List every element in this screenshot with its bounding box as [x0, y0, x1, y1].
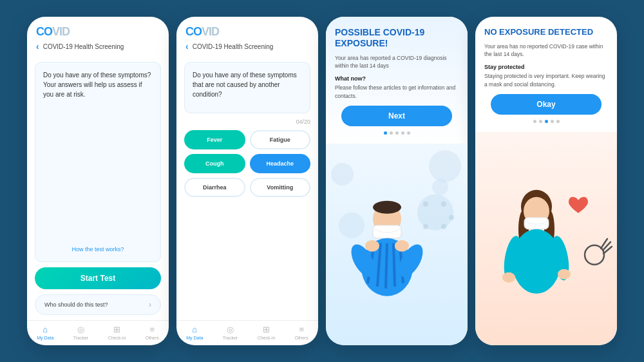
- screen4-card: NO EXPOSURE DETECTED Your area has no re…: [475, 17, 617, 345]
- okay-button[interactable]: Okay: [491, 94, 602, 115]
- logo-co: CO: [36, 25, 52, 38]
- screen1-header: COVID ‹ COVID-19 Health Screening: [27, 17, 169, 57]
- healthy-illustration-area: [475, 132, 617, 345]
- nav-label-checkin-2: Check-in: [258, 336, 276, 340]
- sick-person-svg: [326, 144, 468, 345]
- screen3-dots: [335, 129, 459, 137]
- chevron-right-icon: ›: [149, 300, 151, 309]
- svg-rect-28: [524, 217, 549, 229]
- next-button[interactable]: Next: [341, 106, 453, 126]
- nav-label-my-data-2: My Data: [186, 336, 203, 340]
- logo-co-2: CO: [185, 25, 202, 38]
- screen2-nav-title: COVID-19 Health Screening: [193, 43, 274, 50]
- who-row[interactable]: Who should do this test? ›: [35, 294, 161, 315]
- svg-point-1: [339, 212, 365, 238]
- stay-protected-label: Stay protected: [484, 64, 608, 70]
- screen1-card: COVID ‹ COVID-19 Health Screening Do you…: [27, 17, 169, 345]
- how-link[interactable]: How the test works?: [43, 245, 153, 254]
- nav-row: ‹ COVID-19 Health Screening: [36, 41, 160, 52]
- others-icon-2: ≡: [299, 325, 304, 334]
- svg-line-14: [393, 243, 395, 286]
- nav-checkin-1[interactable]: ⊞ Check-in: [108, 325, 126, 340]
- dot-s4-5: [556, 120, 560, 123]
- svg-point-18: [365, 240, 379, 251]
- question-box-1: Do you have any of these symptoms? Your …: [35, 62, 161, 262]
- back-arrow-icon[interactable]: ‹: [36, 41, 39, 52]
- question-text-1: Do you have any of these symptoms? Your …: [43, 70, 153, 99]
- nav-tracker-2[interactable]: ◎ Tracker: [223, 325, 238, 340]
- screen2-header: COVID ‹ COVID-19 Health Screening: [176, 17, 318, 57]
- nav-label-tracker-2: Tracker: [223, 336, 238, 340]
- nav-label-checkin-1: Check-in: [108, 336, 126, 340]
- svg-point-33: [558, 269, 571, 279]
- home-icon-2: ⌂: [192, 325, 197, 334]
- symptoms-grid: Fever Fatigue Cough Headache Diarrhea Vo…: [184, 130, 310, 197]
- screen1-bottom-nav: ⌂ My Data ◎ Tracker ⊞ Check-in ≡ Others: [27, 320, 169, 345]
- nav-label-others-2: Others: [295, 336, 308, 340]
- svg-rect-9: [373, 225, 401, 238]
- dot-2: [390, 131, 393, 135]
- screen4-dots: [484, 117, 608, 126]
- app-logo-2: COVID: [185, 26, 309, 37]
- no-exposure-title: NO EXPOSURE DETECTED: [484, 27, 608, 37]
- nav-checkin-2[interactable]: ⊞ Check-in: [258, 325, 276, 340]
- nav-label-my-data-1: My Data: [37, 336, 53, 340]
- symptom-vomitting[interactable]: Vomitting: [250, 178, 311, 197]
- screen2-bottom-nav: ⌂ My Data ◎ Tracker ⊞ Check-in ≡ Others: [176, 320, 318, 345]
- tracker-icon-2: ◎: [227, 325, 234, 334]
- nav-my-data-2[interactable]: ⌂ My Data: [186, 325, 203, 340]
- svg-point-2: [423, 201, 428, 206]
- logo-vid-2: VID: [202, 25, 219, 38]
- dot-s4-2: [539, 120, 542, 123]
- tracker-icon: ◎: [77, 325, 84, 334]
- screen2-card: COVID ‹ COVID-19 Health Screening Do you…: [176, 17, 318, 345]
- home-icon: ⌂: [43, 325, 48, 334]
- svg-point-19: [395, 240, 409, 251]
- symptom-diarrhea[interactable]: Diarrhea: [184, 178, 245, 197]
- dot-5: [407, 131, 410, 135]
- svg-line-13: [386, 243, 387, 288]
- screen1-nav-title: COVID-19 Health Screening: [43, 43, 124, 50]
- nav-tracker-1[interactable]: ◎ Tracker: [73, 325, 88, 340]
- screen4-content: NO EXPOSURE DETECTED Your area has no re…: [475, 17, 617, 345]
- exposure-title: POSSIBLE COVID-19 EXPOSURE!: [335, 27, 459, 49]
- nav-label-others-1: Others: [146, 336, 159, 340]
- stay-desc: Staying protected is very important. Kee…: [484, 72, 608, 89]
- symptom-headache[interactable]: Headache: [250, 154, 311, 173]
- svg-point-3: [441, 201, 446, 206]
- checkin-icon: ⊞: [113, 325, 120, 334]
- symptom-cough[interactable]: Cough: [184, 154, 245, 173]
- who-label: Who should do this test?: [44, 301, 108, 308]
- dot-1: [384, 131, 387, 135]
- healthy-person-svg: [475, 132, 617, 345]
- question-box-2: Do you have any of these symptoms that a…: [184, 62, 310, 113]
- nav-label-tracker-1: Tracker: [73, 336, 88, 340]
- back-arrow-icon-2[interactable]: ‹: [185, 41, 189, 52]
- symptom-fatigue[interactable]: Fatigue: [250, 130, 311, 149]
- question-counter: 04/20: [184, 119, 310, 125]
- what-now-desc: Please follow these articles to get info…: [335, 84, 459, 100]
- no-exposure-header: NO EXPOSURE DETECTED Your area has no re…: [475, 17, 617, 132]
- dot-s4-1: [533, 120, 536, 123]
- logo-vid: VID: [52, 25, 70, 38]
- symptom-fever[interactable]: Fever: [184, 130, 245, 149]
- exposure-desc: Your area has reported a COVID-19 diagno…: [335, 54, 459, 71]
- screen3-content: POSSIBLE COVID-19 EXPOSURE! Your area ha…: [326, 17, 468, 345]
- svg-point-8: [373, 200, 401, 213]
- dot-3: [395, 131, 399, 135]
- what-now-label: What now?: [335, 75, 459, 82]
- no-exposure-desc: Your area has no reported COVID-19 case …: [484, 43, 608, 59]
- start-test-button[interactable]: Start Test: [35, 267, 161, 289]
- nav-row-2: ‹ COVID-19 Health Screening: [185, 41, 309, 52]
- svg-point-4: [449, 214, 454, 220]
- nav-my-data-1[interactable]: ⌂ My Data: [37, 325, 53, 340]
- question-text-2: Do you have any of these symptoms that a…: [193, 71, 297, 98]
- dot-s4-4: [551, 120, 554, 123]
- exposure-header: POSSIBLE COVID-19 EXPOSURE! Your area ha…: [326, 17, 468, 144]
- nav-others-2[interactable]: ≡ Others: [295, 325, 308, 340]
- screen2-body: Do you have any of these symptoms that a…: [176, 57, 318, 320]
- dot-4: [401, 131, 404, 135]
- dot-s4-3: [545, 120, 548, 123]
- svg-point-32: [502, 272, 515, 282]
- nav-others-1[interactable]: ≡ Others: [146, 325, 159, 340]
